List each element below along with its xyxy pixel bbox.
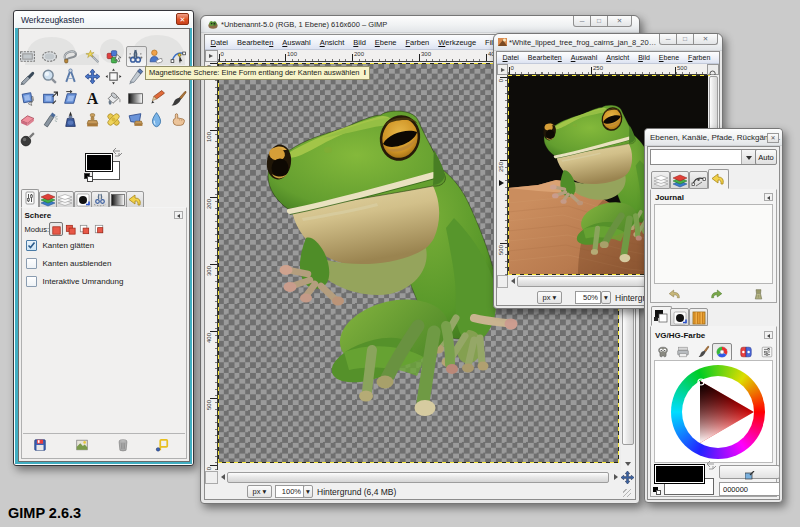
svg-text:A: A: [86, 91, 98, 108]
